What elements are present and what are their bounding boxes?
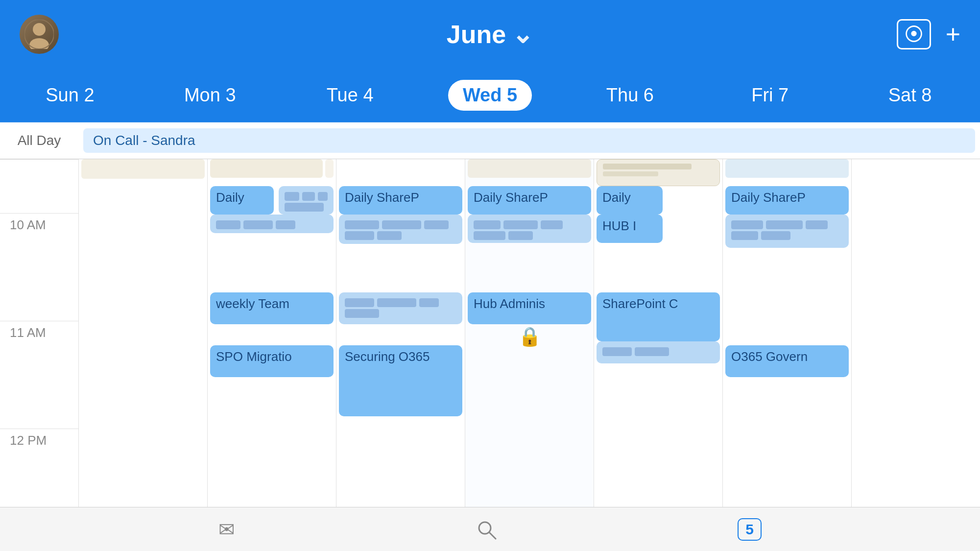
days-grid: Daily weekly Team SPO Migratio: [78, 159, 980, 507]
event-hub-adminis[interactable]: Hub Adminis: [468, 292, 591, 324]
blurred-mon-top: [210, 159, 323, 178]
day-sun2[interactable]: Sun 2: [0, 69, 140, 122]
day-tue4[interactable]: Tue 4: [280, 69, 420, 122]
col-wed: Daily ShareP Hub Adminis 🔒: [465, 159, 594, 507]
event-sharepoint-c[interactable]: SharePoint C: [597, 292, 720, 341]
event-hub-thu[interactable]: HUB I: [597, 215, 663, 243]
day-navigation: Sun 2 Mon 3 Tue 4 Wed 5 Thu 6 Fri 7 Sat …: [0, 69, 980, 122]
mail-icon: ✉: [218, 518, 235, 541]
event-blurred-fri1[interactable]: [725, 215, 849, 248]
event-beige-thu[interactable]: [597, 159, 720, 186]
col-mon: Daily weekly Team SPO Migratio: [207, 159, 336, 507]
event-securing-o365[interactable]: Securing O365: [339, 345, 462, 416]
day-sat8[interactable]: Sat 8: [840, 69, 980, 122]
tab-calendar[interactable]: 5: [738, 518, 762, 541]
month-title[interactable]: June ⌄: [447, 20, 533, 49]
chevron-down-icon: ⌄: [512, 20, 533, 49]
calendar-date-badge: 5: [738, 518, 762, 541]
time-column: 10 AM 11 AM 12 PM 1 PM 2 PM: [0, 159, 78, 507]
blurred-sun-top: [81, 159, 205, 179]
all-day-label: All Day: [0, 133, 78, 148]
blurred-wed-top: [468, 159, 591, 178]
day-mon3[interactable]: Mon 3: [140, 69, 280, 122]
col-tue: Daily ShareP Securing O365: [336, 159, 465, 507]
event-blurred-mon1[interactable]: [279, 186, 334, 215]
all-day-row: All Day On Call - Sandra: [0, 122, 980, 159]
event-daily-fri[interactable]: Daily ShareP: [725, 186, 849, 215]
event-o365-govern[interactable]: O365 Govern: [725, 345, 849, 377]
time-label-12pm: 12 PM: [10, 433, 47, 448]
event-blurred-wed1[interactable]: [468, 215, 591, 243]
event-daily-thu[interactable]: Daily: [597, 186, 663, 215]
month-label: June: [447, 20, 506, 49]
event-blurred-tue1[interactable]: [339, 215, 462, 244]
time-12pm: 12 PM: [0, 429, 78, 507]
view-toggle-icon[interactable]: ⦿: [897, 19, 931, 49]
time-label-11am: 11 AM: [10, 325, 46, 340]
event-blurred-tue2[interactable]: [339, 292, 462, 324]
tab-bar: ✉ 5: [0, 507, 980, 551]
calendar-body: 10 AM 11 AM 12 PM 1 PM 2 PM Daily: [0, 159, 980, 507]
col-sun: [78, 159, 207, 507]
day-thu6[interactable]: Thu 6: [560, 69, 700, 122]
day-fri7[interactable]: Fri 7: [700, 69, 840, 122]
col-fri: Daily ShareP O365 Govern: [722, 159, 851, 507]
event-daily-wed[interactable]: Daily ShareP: [468, 186, 591, 215]
header-actions: ⦿ +: [897, 19, 960, 49]
tab-search[interactable]: [476, 519, 497, 540]
tab-mail[interactable]: ✉: [218, 518, 235, 541]
avatar[interactable]: [20, 15, 59, 54]
search-icon: [476, 519, 497, 540]
time-11am: 11 AM: [0, 321, 78, 429]
blurred-mon-top2: [325, 159, 334, 178]
lock-icon: 🔒: [518, 326, 541, 347]
add-event-button[interactable]: +: [946, 22, 960, 47]
day-wed5[interactable]: Wed 5: [420, 69, 560, 122]
svg-point-0: [33, 23, 46, 36]
svg-line-4: [489, 532, 496, 539]
time-10am: 10 AM: [0, 213, 78, 321]
app-header: June ⌄ ⦿ +: [0, 0, 980, 69]
event-daily-tue[interactable]: Daily ShareP: [339, 186, 462, 215]
time-label-10am: 10 AM: [10, 217, 46, 233]
col-sat: [851, 159, 980, 507]
all-day-event-oncall[interactable]: On Call - Sandra: [83, 128, 975, 153]
event-weekly-team[interactable]: weekly Team: [210, 292, 334, 324]
col-thu: Daily HUB I SharePoint C: [594, 159, 722, 507]
event-blurred-mon2[interactable]: [210, 215, 334, 233]
blurred-fri-top: [725, 159, 849, 178]
event-spo-migration[interactable]: SPO Migratio: [210, 345, 334, 377]
event-blurred-thu2[interactable]: [597, 341, 720, 363]
event-daily-mon[interactable]: Daily: [210, 186, 274, 215]
